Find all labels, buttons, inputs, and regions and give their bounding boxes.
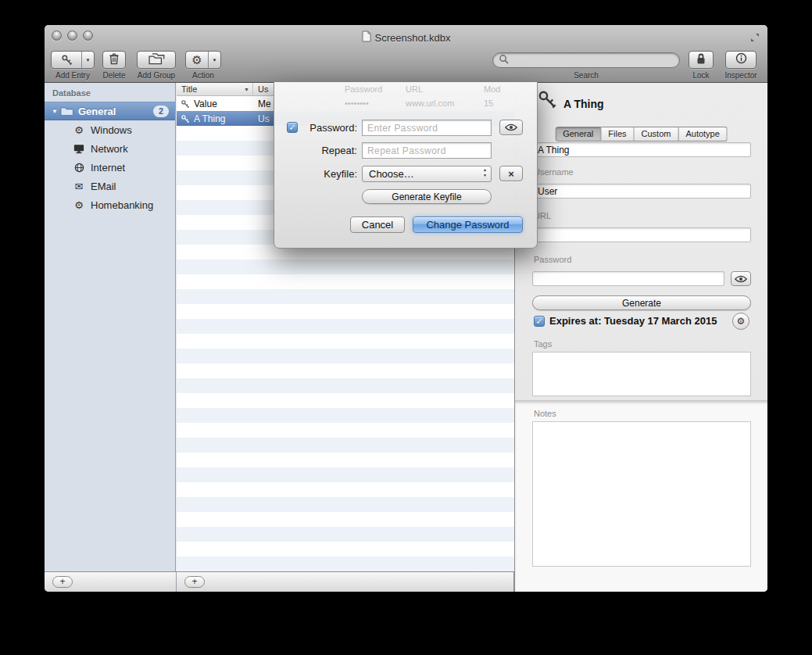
sort-arrow-icon: ▼: [244, 87, 249, 92]
inspector-label: Inspector: [717, 71, 764, 80]
key-icon: [52, 52, 81, 68]
keyfile-popup[interactable]: Choose… ▲ ▼: [362, 166, 492, 182]
repeat-input[interactable]: [362, 142, 492, 159]
gear-icon: ⚙: [186, 52, 208, 68]
ghost-url-value: www.url.com: [406, 98, 454, 108]
eye-icon: [505, 120, 517, 134]
expiry-gear-button[interactable]: ⚙: [732, 313, 749, 330]
folders-icon: [148, 52, 165, 68]
tab-files[interactable]: Files: [601, 127, 634, 141]
window-title-text: Screenshot.kdbx: [375, 32, 451, 44]
inspector-tabs: General Files Custom Autotype: [555, 127, 728, 141]
add-entry-label: Add Entry: [49, 71, 96, 80]
notes-section: Notes: [515, 400, 767, 592]
ghost-url-header: URL: [406, 84, 423, 94]
disclosure-triangle-icon[interactable]: ▼: [49, 108, 60, 115]
reveal-password-button[interactable]: [731, 271, 751, 286]
toolbar: ▼ Add Entry Delete Add Group ⚙ ▼ Action: [45, 47, 767, 82]
eye-icon: [735, 272, 747, 286]
stepper-icon: ▲ ▼: [483, 168, 487, 177]
sidebar-item-internet[interactable]: Internet: [45, 158, 175, 177]
ghost-password-value: ••••••••: [345, 98, 369, 108]
column-header-title[interactable]: Title ▼: [177, 83, 253, 95]
tab-general[interactable]: General: [555, 127, 601, 141]
keyfile-label: Keyfile:: [301, 168, 357, 180]
url-field[interactable]: [532, 227, 751, 242]
action-button[interactable]: ⚙ ▼: [185, 51, 221, 69]
password-input[interactable]: [362, 120, 492, 136]
monitor-icon: [73, 144, 85, 154]
repeat-label: Repeat:: [301, 145, 357, 156]
add-group-plus-button[interactable]: +: [52, 576, 73, 588]
sidebar-group-general[interactable]: ▼ General 2: [45, 102, 175, 120]
sidebar-item-windows[interactable]: ⚙ Windows: [45, 120, 175, 139]
password-field[interactable]: [532, 271, 724, 286]
add-entry-button[interactable]: ▼: [51, 51, 95, 69]
add-group-button[interactable]: [137, 51, 176, 69]
expires-checkbox[interactable]: ✓: [534, 316, 545, 327]
password-checkbox[interactable]: ✓: [287, 122, 298, 133]
clear-keyfile-button[interactable]: ×: [499, 166, 523, 181]
password-label: Password:: [301, 122, 357, 134]
search-label: Search: [563, 71, 610, 80]
username-field[interactable]: [532, 184, 751, 199]
lock-button[interactable]: [689, 51, 714, 69]
ghost-mod-value: 15: [484, 98, 493, 108]
password-label: Password: [534, 255, 571, 264]
trash-icon: [109, 52, 120, 68]
sidebar-item-label: Network: [91, 143, 128, 155]
stepper-up-icon: ▲: [483, 168, 487, 172]
change-password-button[interactable]: Change Password: [413, 217, 523, 233]
sidebar: Database ▼ General 2 ⚙ Windows Network I…: [45, 83, 176, 571]
sidebar-item-homebanking[interactable]: ⚙ Homebanking: [45, 195, 175, 214]
key-icon: [181, 114, 190, 123]
keyfile-value: Choose…: [369, 168, 414, 180]
column-title-text: Title: [181, 84, 197, 94]
gear-icon: ⚙: [73, 199, 85, 211]
sidebar-item-network[interactable]: Network: [45, 139, 175, 158]
notes-input[interactable]: [532, 421, 751, 567]
inspector-button[interactable]: [725, 51, 757, 69]
sidebar-item-label: Internet: [91, 162, 125, 174]
envelope-icon: ✉: [73, 181, 85, 192]
info-icon: [735, 52, 747, 67]
expires-label: Expires at: Tuesday 17 March 2015: [549, 315, 717, 327]
list-bottom-bar: +: [177, 571, 514, 592]
title-field[interactable]: [532, 142, 751, 157]
chevron-down-icon[interactable]: ▼: [208, 52, 220, 68]
entry-title: A Thing: [194, 113, 225, 124]
entry-title: Value: [194, 98, 217, 109]
folder-icon: [60, 106, 73, 116]
ghost-mod-header: Mod: [484, 84, 500, 94]
entry-title-heading: A Thing: [563, 98, 604, 110]
window-title: Screenshot.kdbx: [45, 30, 767, 45]
notes-label: Notes: [534, 409, 556, 418]
search-field[interactable]: [492, 52, 680, 68]
generate-password-button[interactable]: Generate: [532, 295, 751, 310]
titlebar: Screenshot.kdbx ▼ Add Entry Delete: [45, 25, 767, 83]
action-label: Action: [184, 71, 223, 80]
search-input[interactable]: [512, 54, 674, 66]
fullscreen-icon[interactable]: [750, 31, 760, 45]
sidebar-item-email[interactable]: ✉ EMail: [45, 177, 175, 195]
chevron-down-icon[interactable]: ▼: [81, 52, 94, 68]
globe-icon: [73, 163, 85, 173]
ghost-password-header: Password: [345, 84, 382, 94]
tags-input[interactable]: [532, 352, 751, 396]
cancel-button[interactable]: Cancel: [350, 217, 405, 233]
column-username-text: Us: [258, 84, 268, 94]
add-group-label: Add Group: [133, 71, 180, 80]
add-entry-plus-button[interactable]: +: [184, 576, 205, 588]
inspector-panel: A Thing General Files Custom Autotype Us…: [514, 83, 767, 592]
delete-button[interactable]: [102, 51, 126, 69]
key-icon: [181, 99, 190, 109]
tab-custom[interactable]: Custom: [635, 127, 679, 141]
document-icon: [362, 30, 371, 45]
gear-icon: ⚙: [73, 124, 85, 136]
generate-keyfile-button[interactable]: Generate Keyfile: [362, 189, 492, 204]
reveal-password-button[interactable]: [499, 120, 523, 135]
key-icon: [537, 89, 557, 113]
tab-autotype[interactable]: Autotype: [678, 127, 727, 141]
lock-icon: [696, 52, 706, 68]
stepper-down-icon: ▼: [483, 174, 487, 177]
